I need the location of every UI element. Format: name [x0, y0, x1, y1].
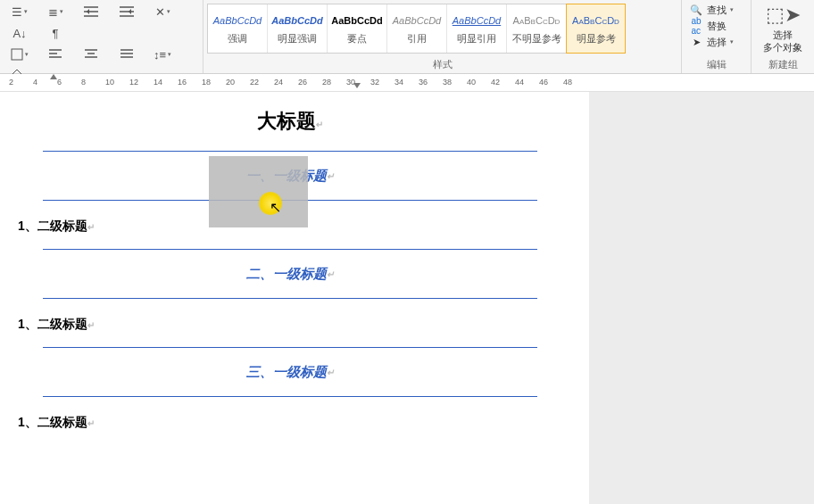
styles-gallery[interactable]: AaBbCcDd强调AaBbCcDd明显强调AaBbCcDd要点AaBbCcDd… [207, 4, 626, 54]
heading-1[interactable]: 二、一级标题↵ [43, 249, 537, 299]
group-new-label: 新建组 [755, 56, 810, 73]
style-name: 明显引用 [447, 32, 506, 45]
select-multi-l1: 选择 [756, 29, 810, 41]
select-multiple-button[interactable]: ⬚➤ 选择 多个对象 [756, 2, 810, 56]
heading-1[interactable]: 三、一级标题↵ [43, 347, 537, 397]
group-editing-label: 编辑 [685, 56, 747, 73]
cursor-icon: ➤ [689, 35, 703, 49]
style-sample: AaBbCcDd [387, 12, 446, 29]
style-name: 要点 [328, 32, 386, 45]
style-name: 明显强调 [268, 32, 327, 45]
heading-2[interactable]: 1、二级标题↵ [18, 415, 562, 431]
ruler-tick: 8 [81, 78, 86, 87]
style-item-1[interactable]: AaBbCcDd明显强调 [268, 4, 328, 53]
numbering-button[interactable]: ≣▾ [39, 2, 71, 21]
select-objects-icon: ⬚➤ [756, 4, 810, 27]
binoculars-icon: 🔍 [689, 3, 703, 17]
style-name: 不明显参考 [507, 32, 566, 45]
ruler-tick: 2 [9, 78, 13, 87]
indent-marker[interactable] [50, 74, 57, 79]
find-label: 查找 [707, 4, 727, 17]
ruler-tick: 48 [563, 78, 572, 87]
style-name: 强调 [208, 32, 267, 45]
style-sample: AaBbCcDd [208, 12, 267, 29]
borders-button[interactable]: ▾ [4, 45, 36, 64]
increase-indent-button[interactable] [111, 2, 143, 21]
style-sample: AaBbCcDd [268, 12, 327, 29]
ruler-tick: 42 [491, 78, 500, 87]
ruler[interactable]: 2468101214161820222426283032343638404244… [0, 74, 814, 92]
replace-label: 替换 [707, 20, 727, 33]
group-paragraph: ☰▾ ≣▾ ✕▾ A↓ ¶ [0, 0, 204, 73]
ruler-tick: 36 [419, 78, 428, 87]
heading-2[interactable]: 1、二级标题↵ [18, 317, 562, 333]
sort-button[interactable]: A↓ [4, 23, 36, 43]
group-styles: AaBbCcDd强调AaBbCcDd明显强调AaBbCcDd要点AaBbCcDd… [204, 0, 682, 73]
style-sample: AaBbCcDd [328, 12, 386, 29]
ruler-tick: 34 [395, 78, 403, 87]
align-distribute-button[interactable] [111, 45, 143, 64]
ruler-tick: 40 [467, 78, 476, 87]
align-center-button[interactable] [75, 45, 107, 64]
asian-layout-button[interactable]: ✕▾ [146, 2, 179, 21]
style-item-4[interactable]: AaBbCcDd明显引用 [447, 4, 507, 53]
ruler-tick: 38 [443, 78, 452, 87]
ruler-tick: 22 [250, 78, 259, 87]
bullets-button[interactable]: ☰▾ [4, 2, 36, 21]
style-item-0[interactable]: AaBbCcDd强调 [208, 4, 268, 53]
cursor-arrow-icon: ↖ [270, 199, 281, 216]
ruler-tick: 20 [226, 78, 235, 87]
ruler-tick: 32 [370, 78, 379, 87]
main-title[interactable]: 大标题↵ [18, 108, 562, 135]
text-selection [209, 156, 308, 227]
ruler-tick: 44 [515, 78, 524, 87]
style-item-5[interactable]: AaBbCcDd不明显参考 [507, 4, 567, 53]
svg-rect-1 [12, 49, 22, 60]
page[interactable]: 大标题↵一、一级标题↵1、二级标题↵二、一级标题↵1、二级标题↵三、一级标题↵1… [0, 92, 589, 504]
select-multi-l2: 多个对象 [756, 41, 810, 54]
ruler-tick: 12 [129, 78, 138, 87]
ruler-caret[interactable] [353, 83, 361, 88]
ruler-tick: 4 [33, 78, 37, 87]
group-styles-label: 样式 [207, 56, 677, 73]
ruler-tick: 16 [178, 78, 187, 87]
ruler-tick: 46 [539, 78, 548, 87]
group-editing: 🔍 查找 ▾ abac 替换 ➤ 选择 ▾ 编辑 [682, 0, 752, 73]
style-name: 明显参考 [567, 32, 625, 45]
ribbon: ☰▾ ≣▾ ✕▾ A↓ ¶ [0, 0, 814, 74]
style-sample: AaBbCcDd [507, 12, 566, 29]
style-sample: AaBbCcDd [567, 12, 625, 29]
align-left-button[interactable] [39, 45, 71, 64]
style-item-2[interactable]: AaBbCcDd要点 [328, 4, 387, 53]
select-label: 选择 [707, 36, 727, 49]
show-marks-button[interactable]: ¶ [39, 23, 71, 43]
style-sample: AaBbCcDd [447, 12, 506, 29]
style-item-6[interactable]: AaBbCcDd明显参考 [566, 4, 626, 54]
ruler-tick: 6 [57, 78, 62, 87]
style-name: 引用 [387, 32, 446, 45]
ruler-tick: 14 [154, 78, 162, 87]
select-button[interactable]: ➤ 选择 ▾ [685, 34, 737, 50]
ruler-tick: 28 [322, 78, 331, 87]
style-item-3[interactable]: AaBbCcDd引用 [387, 4, 447, 53]
outside-page-area [589, 92, 814, 504]
ruler-tick: 24 [274, 78, 283, 87]
replace-button[interactable]: abac 替换 [685, 18, 737, 34]
replace-icon: abac [689, 19, 703, 33]
ruler-tick: 10 [105, 78, 114, 87]
line-spacing-button[interactable]: ↕≡▾ [146, 45, 179, 64]
ruler-tick: 18 [202, 78, 211, 87]
decrease-indent-button[interactable] [75, 2, 107, 21]
ruler-tick: 26 [298, 78, 307, 87]
document-area: 大标题↵一、一级标题↵1、二级标题↵二、一级标题↵1、二级标题↵三、一级标题↵1… [0, 92, 814, 504]
group-new: ⬚➤ 选择 多个对象 新建组 [752, 0, 814, 73]
